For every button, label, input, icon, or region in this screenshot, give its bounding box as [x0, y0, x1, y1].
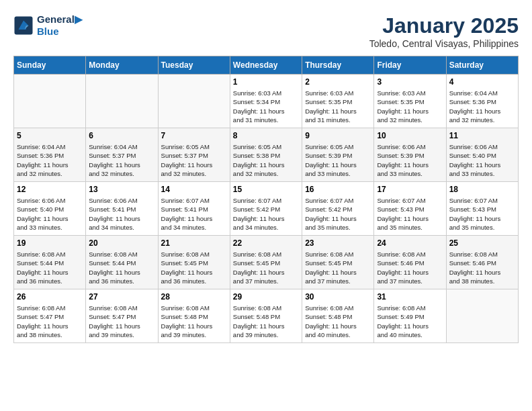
calendar-week-3: 12Sunrise: 6:06 AM Sunset: 5:40 PM Dayli… [14, 182, 519, 236]
calendar-cell: 25Sunrise: 6:08 AM Sunset: 5:46 PM Dayli… [446, 236, 518, 289]
weekday-wednesday: Wednesday [230, 56, 302, 75]
calendar-cell: 16Sunrise: 6:07 AM Sunset: 5:42 PM Dayli… [302, 182, 374, 236]
day-info: Sunrise: 6:04 AM Sunset: 5:36 PM Dayligh… [17, 142, 83, 178]
calendar-cell [14, 75, 86, 128]
day-number: 24 [377, 238, 443, 248]
day-info: Sunrise: 6:06 AM Sunset: 5:39 PM Dayligh… [377, 142, 443, 178]
calendar-cell: 18Sunrise: 6:07 AM Sunset: 5:43 PM Dayli… [446, 182, 518, 236]
day-number: 2 [305, 77, 371, 87]
calendar-week-1: 1Sunrise: 6:03 AM Sunset: 5:34 PM Daylig… [14, 75, 519, 128]
day-number: 25 [449, 238, 515, 248]
day-info: Sunrise: 6:04 AM Sunset: 5:36 PM Dayligh… [449, 89, 515, 124]
day-info: Sunrise: 6:03 AM Sunset: 5:34 PM Dayligh… [233, 89, 299, 124]
calendar-cell: 20Sunrise: 6:08 AM Sunset: 5:44 PM Dayli… [86, 236, 158, 289]
day-info: Sunrise: 6:08 AM Sunset: 5:47 PM Dayligh… [89, 304, 154, 339]
day-number: 9 [305, 131, 371, 140]
day-info: Sunrise: 6:07 AM Sunset: 5:42 PM Dayligh… [233, 196, 299, 232]
calendar-week-4: 19Sunrise: 6:08 AM Sunset: 5:44 PM Dayli… [14, 236, 519, 289]
calendar-cell: 14Sunrise: 6:07 AM Sunset: 5:41 PM Dayli… [158, 182, 230, 236]
day-number: 31 [377, 292, 443, 302]
calendar-cell: 10Sunrise: 6:06 AM Sunset: 5:39 PM Dayli… [374, 128, 446, 182]
day-number: 28 [161, 292, 227, 302]
day-info: Sunrise: 6:08 AM Sunset: 5:48 PM Dayligh… [161, 304, 227, 339]
day-number: 5 [17, 131, 83, 140]
title-area: January 2025 Toledo, Central Visayas, Ph… [369, 13, 519, 49]
day-number: 21 [161, 238, 227, 248]
day-info: Sunrise: 6:08 AM Sunset: 5:45 PM Dayligh… [305, 250, 371, 285]
day-number: 29 [233, 292, 299, 302]
calendar-cell: 11Sunrise: 6:06 AM Sunset: 5:40 PM Dayli… [446, 128, 518, 182]
weekday-header-row: SundayMondayTuesdayWednesdayThursdayFrid… [14, 56, 519, 75]
calendar-cell: 26Sunrise: 6:08 AM Sunset: 5:47 PM Dayli… [14, 289, 86, 343]
calendar-cell: 3Sunrise: 6:03 AM Sunset: 5:35 PM Daylig… [374, 75, 446, 128]
day-info: Sunrise: 6:08 AM Sunset: 5:49 PM Dayligh… [377, 304, 443, 339]
day-info: Sunrise: 6:08 AM Sunset: 5:48 PM Dayligh… [233, 304, 299, 339]
day-number: 6 [89, 131, 154, 140]
calendar-cell: 21Sunrise: 6:08 AM Sunset: 5:45 PM Dayli… [158, 236, 230, 289]
header: General▶ Blue January 2025 Toledo, Centr… [13, 13, 519, 49]
day-number: 23 [305, 238, 371, 248]
calendar-cell: 5Sunrise: 6:04 AM Sunset: 5:36 PM Daylig… [14, 128, 86, 182]
calendar-cell: 9Sunrise: 6:05 AM Sunset: 5:39 PM Daylig… [302, 128, 374, 182]
calendar-cell [86, 75, 158, 128]
day-info: Sunrise: 6:08 AM Sunset: 5:45 PM Dayligh… [161, 250, 227, 285]
day-number: 3 [377, 77, 443, 87]
logo: General▶ Blue [13, 13, 83, 37]
day-info: Sunrise: 6:03 AM Sunset: 5:35 PM Dayligh… [305, 89, 371, 124]
weekday-monday: Monday [86, 56, 158, 75]
day-info: Sunrise: 6:03 AM Sunset: 5:35 PM Dayligh… [377, 89, 443, 124]
day-info: Sunrise: 6:07 AM Sunset: 5:43 PM Dayligh… [377, 196, 443, 232]
calendar-cell [158, 75, 230, 128]
calendar-week-2: 5Sunrise: 6:04 AM Sunset: 5:36 PM Daylig… [14, 128, 519, 182]
day-info: Sunrise: 6:05 AM Sunset: 5:37 PM Dayligh… [161, 142, 227, 178]
calendar-cell: 23Sunrise: 6:08 AM Sunset: 5:45 PM Dayli… [302, 236, 374, 289]
day-number: 11 [449, 131, 515, 140]
day-number: 30 [305, 292, 371, 302]
day-number: 1 [233, 77, 299, 87]
day-info: Sunrise: 6:07 AM Sunset: 5:43 PM Dayligh… [449, 196, 515, 232]
day-info: Sunrise: 6:08 AM Sunset: 5:44 PM Dayligh… [89, 250, 154, 285]
day-number: 27 [89, 292, 154, 302]
calendar-cell: 31Sunrise: 6:08 AM Sunset: 5:49 PM Dayli… [374, 289, 446, 343]
logo-icon [13, 15, 34, 36]
day-number: 15 [233, 185, 299, 194]
calendar-cell: 27Sunrise: 6:08 AM Sunset: 5:47 PM Dayli… [86, 289, 158, 343]
calendar-cell: 28Sunrise: 6:08 AM Sunset: 5:48 PM Dayli… [158, 289, 230, 343]
day-number: 19 [17, 238, 83, 248]
day-number: 4 [449, 77, 515, 87]
day-number: 22 [233, 238, 299, 248]
calendar-body: 1Sunrise: 6:03 AM Sunset: 5:34 PM Daylig… [14, 75, 519, 343]
weekday-friday: Friday [374, 56, 446, 75]
calendar-cell: 2Sunrise: 6:03 AM Sunset: 5:35 PM Daylig… [302, 75, 374, 128]
day-info: Sunrise: 6:08 AM Sunset: 5:48 PM Dayligh… [305, 304, 371, 339]
calendar-cell: 12Sunrise: 6:06 AM Sunset: 5:40 PM Dayli… [14, 182, 86, 236]
weekday-thursday: Thursday [302, 56, 374, 75]
day-info: Sunrise: 6:08 AM Sunset: 5:47 PM Dayligh… [17, 304, 83, 339]
day-info: Sunrise: 6:08 AM Sunset: 5:46 PM Dayligh… [449, 250, 515, 285]
day-info: Sunrise: 6:08 AM Sunset: 5:46 PM Dayligh… [377, 250, 443, 285]
weekday-sunday: Sunday [14, 56, 86, 75]
calendar-week-5: 26Sunrise: 6:08 AM Sunset: 5:47 PM Dayli… [14, 289, 519, 343]
day-info: Sunrise: 6:05 AM Sunset: 5:39 PM Dayligh… [305, 142, 371, 178]
calendar-cell: 24Sunrise: 6:08 AM Sunset: 5:46 PM Dayli… [374, 236, 446, 289]
calendar-cell: 1Sunrise: 6:03 AM Sunset: 5:34 PM Daylig… [230, 75, 302, 128]
weekday-saturday: Saturday [446, 56, 518, 75]
day-info: Sunrise: 6:08 AM Sunset: 5:45 PM Dayligh… [233, 250, 299, 285]
calendar-cell: 19Sunrise: 6:08 AM Sunset: 5:44 PM Dayli… [14, 236, 86, 289]
day-info: Sunrise: 6:05 AM Sunset: 5:38 PM Dayligh… [233, 142, 299, 178]
calendar-table: SundayMondayTuesdayWednesdayThursdayFrid… [13, 56, 519, 343]
day-info: Sunrise: 6:07 AM Sunset: 5:41 PM Dayligh… [161, 196, 227, 232]
day-number: 8 [233, 131, 299, 140]
day-number: 10 [377, 131, 443, 140]
day-info: Sunrise: 6:04 AM Sunset: 5:37 PM Dayligh… [89, 142, 154, 178]
day-info: Sunrise: 6:06 AM Sunset: 5:41 PM Dayligh… [89, 196, 154, 232]
day-info: Sunrise: 6:08 AM Sunset: 5:44 PM Dayligh… [17, 250, 83, 285]
calendar-cell: 15Sunrise: 6:07 AM Sunset: 5:42 PM Dayli… [230, 182, 302, 236]
calendar-cell: 29Sunrise: 6:08 AM Sunset: 5:48 PM Dayli… [230, 289, 302, 343]
day-info: Sunrise: 6:07 AM Sunset: 5:42 PM Dayligh… [305, 196, 371, 232]
day-number: 7 [161, 131, 227, 140]
calendar-cell [446, 289, 518, 343]
day-number: 26 [17, 292, 83, 302]
day-number: 17 [377, 185, 443, 194]
weekday-tuesday: Tuesday [158, 56, 230, 75]
